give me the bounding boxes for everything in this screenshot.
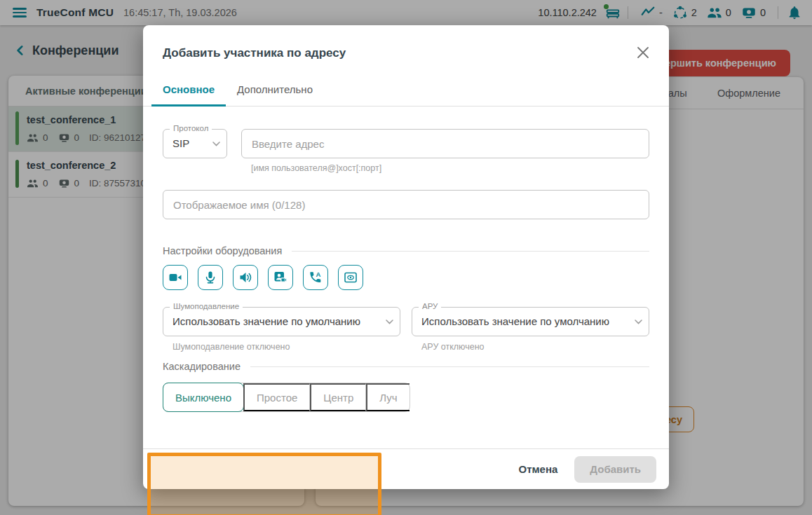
protocol-select[interactable]: Протокол SIP: [163, 129, 227, 158]
chevron-down-icon: [635, 320, 642, 324]
dialog-tabs: Основное Дополнительно: [143, 74, 669, 107]
dialog-title: Добавить участника по адресу: [143, 25, 669, 60]
agc-value: Использовать значение по умолчанию: [421, 315, 609, 327]
address-hint: [имя пользователя@]хост[:порт]: [251, 163, 649, 173]
agc-label: АРУ: [419, 302, 441, 310]
protocol-value: SIP: [172, 137, 189, 149]
noise-suppression-select[interactable]: Шумоподавление Использовать значение по …: [163, 307, 400, 336]
tab-advanced[interactable]: Дополнительно: [226, 74, 324, 106]
add-participant-dialog: Добавить участника по адресу Основное До…: [143, 25, 669, 489]
add-button[interactable]: Добавить: [574, 456, 656, 483]
address-input[interactable]: [241, 129, 649, 158]
selfview-video-icon[interactable]: [268, 265, 293, 290]
noise-suppression-hint: Шумоподавление отключено: [172, 342, 400, 352]
noise-suppression-label: Шумоподавление: [170, 302, 243, 310]
cascading-option-ray[interactable]: Луч: [366, 383, 409, 411]
camera-icon[interactable]: [163, 265, 188, 290]
protocol-label: Протокол: [170, 124, 212, 132]
cascading-segmented-control: Выключено Простое Центр Луч: [163, 383, 410, 412]
display-name-input[interactable]: [163, 190, 649, 219]
svg-text:A: A: [316, 270, 321, 278]
speaker-icon[interactable]: [233, 265, 258, 290]
noise-suppression-value: Использовать значение по умолчанию: [172, 315, 360, 327]
chevron-down-icon: [212, 142, 220, 146]
cascading-option-off[interactable]: Выключено: [163, 383, 244, 412]
microphone-icon[interactable]: [198, 265, 223, 290]
window-preview-icon[interactable]: [338, 265, 363, 290]
tab-basic[interactable]: Основное: [151, 74, 226, 107]
cancel-button[interactable]: Отмена: [507, 463, 569, 475]
close-icon[interactable]: [635, 45, 651, 60]
equipment-section-label: Настройки оборудования: [163, 245, 282, 256]
chevron-down-icon: [386, 320, 393, 324]
cascading-option-center[interactable]: Центр: [310, 383, 366, 411]
agc-select[interactable]: АРУ Использовать значение по умолчанию: [412, 307, 649, 336]
agc-hint: АРУ отключено: [421, 342, 649, 352]
auto-call-icon[interactable]: A: [303, 265, 328, 290]
cascading-option-simple[interactable]: Простое: [243, 383, 310, 411]
cascading-section-label: Каскадирование: [163, 361, 241, 372]
